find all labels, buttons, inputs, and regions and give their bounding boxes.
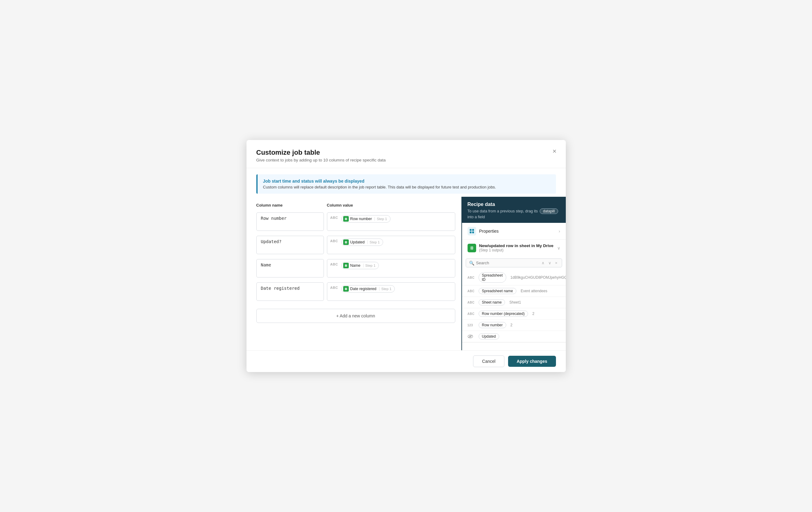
sheet-name-pill: Sheet name [478,299,505,305]
datapill-badge: datapill [540,208,558,214]
search-row: 🔍 ∧ ∨ × [466,259,562,267]
column-value-wrap-4: ABC Date registered Step 1 [327,282,455,301]
grid-icon [468,227,476,235]
search-controls: ∧ ∨ × [540,260,559,266]
pill-4[interactable]: Date registered Step 1 [341,285,395,293]
pill-step-2: Step 1 [368,240,380,244]
recipe-data-body: Properties › New/updated row in sh [462,223,566,350]
pill-label-1: Row number [350,217,372,221]
type-abc-label: ABC [468,276,476,279]
row-number-value: 2 [511,323,513,327]
type-abc-label: ABC [468,301,476,304]
data-item-sheet-name[interactable]: ABC Sheet name Sheet1 [462,297,566,308]
column-value-wrap-2: ABC Updated Step 1 [327,236,455,254]
pill-step-4: Step 1 [379,287,392,291]
desc-after: into a field [468,215,485,219]
pill-container-3: Name Step 1 [341,262,452,269]
step-section: New/updated row in sheet in My Drive (St… [462,240,566,342]
search-clear-button[interactable]: × [554,260,559,266]
add-column-button[interactable]: + Add a new column [256,309,455,323]
pill-2[interactable]: Updated Step 1 [341,239,383,246]
data-item-updated[interactable]: Updated [462,331,566,342]
recipe-data-panel: Recipe data To use data from a previous … [461,197,566,350]
properties-row[interactable]: Properties › [462,223,566,240]
pill-label-2: Updated [350,240,365,244]
table-row: Date registered ABC Date registered Step… [256,282,455,301]
recipe-data-title: Recipe data [468,202,560,207]
table-row: Row number ABC Row number Step 1 [256,212,455,231]
sheets-icon-1 [343,216,349,222]
column-name-input-1[interactable]: Row number [256,212,324,231]
abc-label-2: ABC [330,239,339,243]
column-value-wrap-3: ABC Name Step 1 [327,259,455,277]
desc-before: To use data from a previous step, drag i… [468,209,538,213]
pill-step-3: Step 1 [363,264,375,267]
eye-icon [468,335,476,338]
abc-label-4: ABC [330,286,339,290]
updated-pill: Updated [478,333,499,339]
search-down-button[interactable]: ∨ [547,260,553,266]
modal-title: Customize job table [256,149,556,156]
recipe-data-header: Recipe data To use data from a previous … [462,197,566,223]
column-value-header: Column value [327,203,455,208]
row-number-deprecated-pill: Row number (deprecated) [478,311,528,317]
modal-footer: Cancel Apply changes [246,350,566,372]
info-banner: Job start time and status will always be… [256,174,556,194]
svg-rect-10 [470,232,471,233]
search-input[interactable] [476,261,539,265]
pill-container-4: Date registered Step 1 [341,285,452,293]
type-abc-label: ABC [468,312,476,315]
modal-subtitle: Give context to jobs by adding up to 10 … [256,158,556,162]
apply-changes-button[interactable]: Apply changes [508,356,556,367]
step-header[interactable]: New/updated row in sheet in My Drive (St… [462,240,566,256]
row-number-deprecated-value: 2 [532,311,534,316]
cancel-button[interactable]: Cancel [473,356,504,367]
step-sub: (Step 1 output) [479,248,554,252]
table-row: Name ABC Name Step 1 [256,259,455,277]
column-value-wrap-1: ABC Row number Step 1 [327,212,455,231]
column-name-input-2[interactable]: Updated? [256,236,324,254]
banner-text: Custom columns will replace default desc… [263,185,550,189]
step-name: New/updated row in sheet in My Drive [479,243,554,248]
pill-3[interactable]: Name Step 1 [341,262,379,269]
modal-header: Customize job table Give context to jobs… [246,140,566,168]
pill-1[interactable]: Row number Step 1 [341,215,390,222]
columns-header: Column name Column value [256,200,455,208]
data-item-row-number[interactable]: 123 Row number 2 [462,320,566,331]
column-name-input-4[interactable]: Date registered [256,282,324,301]
type-123-label: 123 [468,324,476,327]
properties-label: Properties [479,229,556,234]
step-info: New/updated row in sheet in My Drive (St… [479,243,554,252]
spreadsheet-id-pill: Spreadsheet ID [478,272,506,283]
search-icon: 🔍 [469,261,474,266]
svg-rect-8 [470,229,471,231]
data-item-spreadsheet-name[interactable]: ABC Spreadsheet name Event attendees [462,285,566,297]
svg-rect-9 [472,229,474,231]
sheets-icon-3 [343,263,349,268]
spreadsheet-name-value: Event attendees [521,289,547,293]
table-row: Updated? ABC Updated Step 1 [256,236,455,254]
data-item-row-number-deprecated[interactable]: ABC Row number (deprecated) 2 [462,308,566,320]
pill-label-4: Date registered [350,287,376,291]
sheet-name-value: Sheet1 [509,300,521,304]
search-up-button[interactable]: ∧ [540,260,546,266]
abc-label-1: ABC [330,216,339,219]
banner-title: Job start time and status will always be… [263,179,550,184]
pill-label-3: Name [350,263,360,268]
svg-rect-11 [472,232,474,233]
chevron-right-icon: › [559,229,560,234]
sheets-icon-2 [343,239,349,245]
type-abc-label: ABC [468,290,476,293]
recipe-data-desc: To use data from a previous step, drag i… [468,208,560,219]
spreadsheet-name-pill: Spreadsheet name [478,288,516,294]
abc-label-3: ABC [330,263,339,266]
pill-container-1: Row number Step 1 [341,215,452,222]
close-button[interactable]: × [550,147,559,156]
pill-step-1: Step 1 [375,217,387,221]
column-name-input-3[interactable]: Name [256,259,324,277]
content-area: Column name Column value Row number ABC … [246,197,566,350]
spreadsheet-id-value: 1dB9kguCHGUD8POMJpehyHGQCUhdwici4... [511,275,566,280]
left-panel: Column name Column value Row number ABC … [256,197,461,350]
sheets-step-icon [468,244,476,252]
data-item-spreadsheet-id[interactable]: ABC Spreadsheet ID 1dB9kguCHGUD8POMJpehy… [462,270,566,285]
